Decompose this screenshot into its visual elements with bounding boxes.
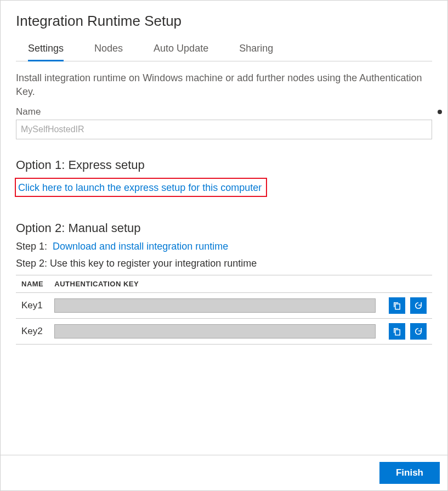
footer: Finish (1, 455, 447, 490)
key-name: Key2 (16, 319, 49, 345)
name-input[interactable] (16, 120, 432, 139)
express-setup-highlight: Click here to launch the express setup f… (15, 178, 267, 197)
option2-heading: Option 2: Manual setup (16, 221, 432, 235)
table-row: Key2 (16, 319, 432, 345)
auth-key-table: NAME AUTHENTICATION KEY Key1 (16, 275, 432, 345)
refresh-icon (413, 301, 423, 311)
refresh-key-button[interactable] (410, 323, 427, 340)
step2-label: Step 2: Use this key to register your in… (16, 258, 432, 269)
page-title: Integration Runtime Setup (16, 13, 432, 30)
tab-sharing[interactable]: Sharing (239, 39, 273, 61)
key-name: Key1 (16, 293, 49, 319)
tab-auto-update[interactable]: Auto Update (154, 39, 208, 61)
refresh-key-button[interactable] (410, 297, 427, 314)
tab-bar: Settings Nodes Auto Update Sharing (16, 39, 432, 61)
copy-key-button[interactable] (389, 297, 405, 314)
copy-key-button[interactable] (389, 323, 405, 340)
option1-heading: Option 1: Express setup (16, 158, 432, 172)
col-auth-key: AUTHENTICATION KEY (49, 275, 381, 293)
tab-nodes[interactable]: Nodes (94, 39, 123, 61)
svg-rect-1 (395, 330, 400, 335)
refresh-icon (413, 326, 423, 336)
copy-icon (392, 326, 402, 336)
info-icon[interactable] (438, 110, 442, 114)
download-runtime-link[interactable]: Download and install integration runtime (53, 241, 228, 252)
svg-rect-0 (395, 304, 400, 309)
step1-label: Step 1: (16, 241, 47, 252)
express-setup-link[interactable]: Click here to launch the express setup f… (18, 182, 262, 193)
finish-button[interactable]: Finish (379, 462, 440, 484)
tab-settings[interactable]: Settings (28, 39, 64, 61)
col-name: NAME (16, 275, 49, 293)
key-value-masked (54, 298, 376, 313)
table-row: Key1 (16, 293, 432, 319)
key-value-masked (54, 324, 376, 338)
name-label: Name (16, 106, 41, 117)
copy-icon (392, 301, 402, 311)
intro-text: Install integration runtime on Windows m… (16, 71, 432, 99)
